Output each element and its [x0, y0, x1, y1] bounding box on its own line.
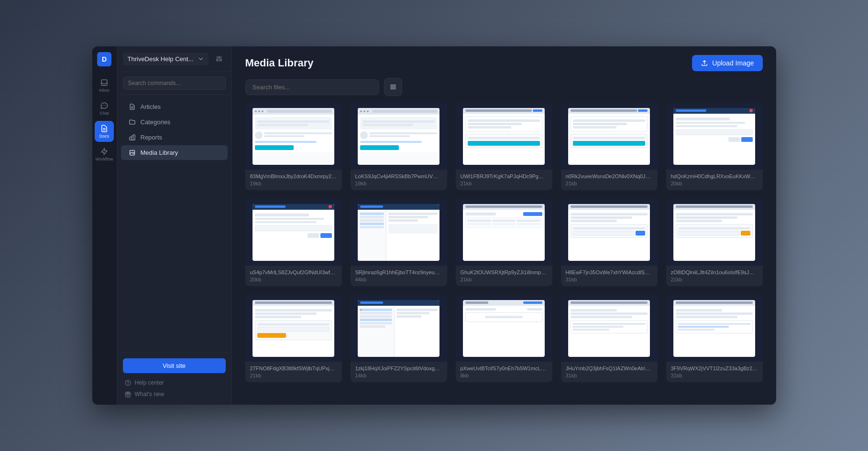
sidebar-footer: Visit site Help center What's new [117, 352, 231, 405]
media-thumbnail: 🏠 [351, 295, 447, 362]
media-card[interactable]: JHuYmb2Q3jbhFsQ1IAZWn0eAtrizQxQ... 31kb [561, 295, 658, 382]
media-filename: LoKS9JqCv4ji4RSSkBb7PwmUVQqK4N... [355, 173, 442, 179]
help-center-label: Help center [135, 379, 164, 386]
app-logo: D [97, 52, 111, 66]
chevron-down-icon [198, 56, 204, 62]
media-thumbnail [456, 295, 552, 362]
media-filesize: 31kb [566, 373, 653, 378]
chat-icon [100, 101, 109, 110]
whats-new-link[interactable]: What's new [123, 389, 226, 399]
media-filesize: 21kb [250, 373, 337, 378]
articles-icon [129, 103, 136, 110]
rail-item-workflow[interactable]: Workflow [95, 144, 114, 165]
media-card[interactable]: H8EwF7jn35OxWe7xhYWiAzcdlSFbp09... 31kb [561, 199, 658, 286]
media-filesize: 14kb [355, 373, 442, 378]
sidebar-item-reports[interactable]: Reports [121, 130, 228, 145]
media-filesize: 19kb [355, 181, 442, 186]
media-info: zO8tDQlniiLJtt4Ziln1ou6sIsIfE9sJQcs2... … [666, 266, 763, 286]
media-filesize: 21kb [566, 181, 653, 186]
media-filename: UWl1FBRJ9TrKgK7aPJqHDc9PgGhGIYu... [461, 173, 548, 179]
upload-icon [701, 59, 708, 67]
media-filesize: 31kb [566, 277, 653, 282]
media-info: GhuK2tOUWSRXjtRp9yZJi1i8nmp0rBB... 21kb [456, 266, 552, 286]
media-filename: 27FNO8FdgXB3lt8kfSWjlbTqUPxjDkXi0... [250, 365, 337, 371]
media-card[interactable]: uS4p7vMrlLS8ZJvQuf2GfNdUI3wfkkEY... 20kb [245, 199, 342, 286]
media-library-icon [129, 149, 136, 156]
list-view-button[interactable] [384, 78, 402, 96]
reports-label: Reports [141, 134, 163, 141]
media-info: uS4p7vMrlLS8ZJvQuf2GfNdUI3wfkkEY... 20kb [245, 266, 342, 286]
media-filename: zO8tDQlniiLJtt4Ziln1ou6sIsIfE9sJQcs2... [671, 269, 758, 275]
media-filename: H8EwF7jn35OxWe7xhYWiAzcdlSFbp09... [566, 269, 653, 275]
media-card[interactable]: 🏠 [351, 295, 447, 382]
toolbar-row [232, 78, 776, 103]
media-filename: 3F9VRqWX2jVVT1l2zuZ33a3gBz2IXwp... [671, 365, 758, 371]
media-card[interactable]: SRjlmraz6gR1hhEjboTT4nz9nyeu0IbEw... 44k… [351, 199, 447, 286]
rail-item-inbox[interactable]: Inbox [95, 75, 114, 96]
media-thumbnail [561, 295, 658, 362]
sidebar-item-categories[interactable]: Categories [121, 115, 228, 129]
media-filesize: 21kb [461, 277, 548, 282]
media-thumbnail [666, 295, 763, 362]
footer-links: Help center What's new [123, 378, 226, 399]
upload-image-button[interactable]: Upload Image [692, 55, 762, 71]
media-filename: JHuYmb2Q3jbhFsQ1IAZWn0eAtrizQxQ... [566, 365, 653, 371]
media-filesize: 20kb [250, 277, 337, 282]
media-card[interactable]: n0Rk2vueeWsnsDe2ONlv0XNq0JBXh3... 21kb [561, 103, 658, 190]
media-thumbnail [666, 103, 763, 170]
main-content: Media Library Upload Image [232, 46, 776, 405]
media-thumbnail [351, 199, 447, 266]
media-card[interactable]: 83MgVmBlmxxJby2droK4Dxmrpy27V2... 19kb [245, 103, 342, 190]
sliders-icon [215, 55, 223, 63]
rail-docs-label: Docs [99, 134, 110, 139]
page-title: Media Library [245, 57, 314, 69]
sidebar-item-media-library[interactable]: Media Library [121, 145, 228, 160]
media-thumbnail [456, 103, 552, 170]
sidebar-header: ThriveDesk Help Cent... [117, 46, 231, 72]
rail-item-chat[interactable]: Chat [95, 98, 114, 119]
media-grid: 83MgVmBlmxxJby2droK4Dxmrpy27V2... 19kb [245, 103, 763, 382]
media-card[interactable]: GhuK2tOUWSRXjtRp9yZJi1i8nmp0rBB... 21kb [456, 199, 552, 286]
reports-icon [129, 134, 136, 141]
search-files-input[interactable] [245, 79, 379, 95]
media-filename: n0Rk2vueeWsnsDe2ONlv0XNq0JBXh3... [566, 173, 653, 179]
media-card[interactable]: hdQnKzmH0CdhgLRXxoEuKKxW57Ls9... 20kb [666, 103, 763, 190]
help-center-link[interactable]: Help center [123, 378, 226, 387]
media-filesize: 19kb [250, 181, 337, 186]
categories-label: Categories [141, 118, 171, 126]
media-thumbnail [245, 199, 342, 266]
media-card[interactable]: LoKS9JqCv4ji4RSSkBb7PwmUVQqK4N... 19kb [351, 103, 447, 190]
workspace-name: ThriveDesk Help Cent... [128, 55, 194, 63]
media-card[interactable]: zO8tDQlniiLJtt4Ziln1ou6sIsIfE9sJQcs2... … [666, 199, 763, 286]
rail-inbox-label: Inbox [99, 88, 110, 93]
media-card[interactable]: 27FNO8FdgXB3lt8kfSWjlbTqUPxjDkXi0... 21k… [245, 295, 342, 382]
workflow-icon [100, 147, 109, 156]
sidebar-item-articles[interactable]: Articles [121, 99, 228, 114]
whats-new-label: What's new [135, 391, 165, 397]
workspace-selector[interactable]: ThriveDesk Help Cent... [123, 53, 209, 65]
sidebar-search-area [117, 72, 231, 95]
app-window: D Inbox Chat Docs Workflow ThriveDesk He… [92, 46, 776, 405]
media-filesize: 44kb [355, 277, 442, 282]
media-info: JHuYmb2Q3jbhFsQ1IAZWn0eAtrizQxQ... 31kb [561, 362, 658, 382]
media-info: UWl1FBRJ9TrKgK7aPJqHDc9PgGhGIYu... 21kb [456, 170, 552, 190]
inbox-icon [100, 78, 109, 87]
media-info: H8EwF7jn35OxWe7xhYWiAzcdlSFbp09... 31kb [561, 266, 658, 286]
settings-button[interactable] [212, 52, 226, 65]
rail-item-docs[interactable]: Docs [95, 121, 114, 142]
media-card[interactable]: pXweUvtBTcifS7y0nEh7b5W1mcLDhxR... 8kb [456, 295, 552, 382]
media-card[interactable]: 3F9VRqWX2jVVT1l2zuZ33a3gBz2IXwp... 31kb [666, 295, 763, 382]
media-filesize: 31kb [671, 373, 758, 378]
visit-site-button[interactable]: Visit site [123, 358, 226, 373]
media-filename: hdQnKzmH0CdhgLRXxoEuKKxW57Ls9... [671, 173, 758, 179]
media-filename: uS4p7vMrlLS8ZJvQuf2GfNdUI3wfkkEY... [250, 269, 337, 275]
media-filesize: 20kb [671, 181, 758, 186]
media-thumbnail [561, 199, 658, 266]
gift-icon [125, 391, 131, 397]
media-card[interactable]: UWl1FBRJ9TrKgK7aPJqHDc9PgGhGIYu... 21kb [456, 103, 552, 190]
media-info: 3F9VRqWX2jVVT1l2zuZ33a3gBz2IXwp... 31kb [666, 362, 763, 382]
media-thumbnail [351, 103, 447, 170]
media-filename: 1zkj18HqXJoiPFZ2YSpcit6tVdoxgYtofkl... [355, 365, 442, 371]
icon-rail: D Inbox Chat Docs Workflow [92, 46, 117, 405]
command-search-input[interactable] [123, 76, 226, 90]
